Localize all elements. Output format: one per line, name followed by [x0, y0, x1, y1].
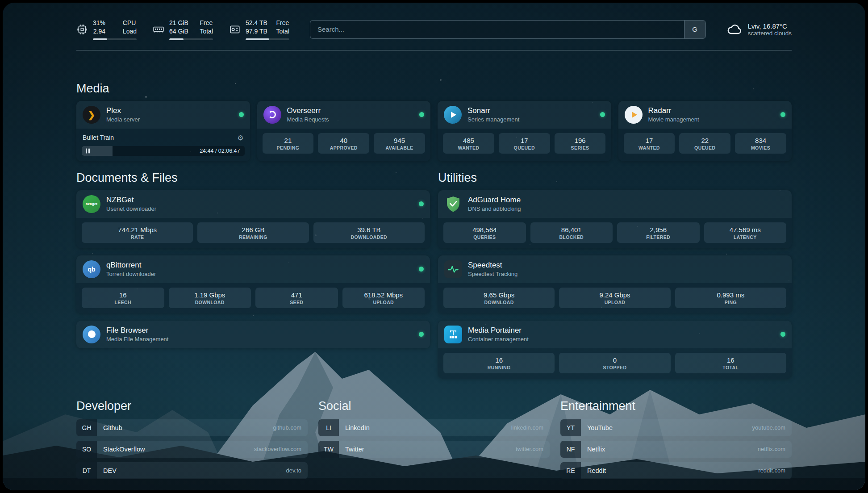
dashboard-content: 31% 2.94 CPU Load: [3, 3, 865, 490]
bookmark-name: DEV: [103, 467, 117, 474]
nzbget-service-link[interactable]: nzbget NZBGet Usenet downloader: [76, 190, 430, 218]
stat-value: 17: [501, 137, 548, 144]
service-description: Torrent downloader: [106, 271, 156, 277]
memory-icon: [153, 24, 164, 35]
stat-label: BLOCKED: [532, 234, 611, 240]
cpu-progress-fill: [93, 38, 107, 40]
bookmark-dev[interactable]: DT DEV dev.to: [76, 462, 308, 479]
qbittorrent-service-link[interactable]: qb qBittorrent Torrent downloader: [76, 255, 430, 283]
stat-label: WANTED: [626, 145, 673, 150]
portainer-service-link[interactable]: Media Portainer Container management: [438, 321, 792, 348]
card-sonarr: Sonarr Series management 485 WANTED 17 Q…: [438, 101, 611, 161]
bookmark-url: github.com: [273, 424, 301, 431]
stat-box: 2,956 FILTERED: [617, 222, 700, 243]
adguard-service-link[interactable]: AdGuard Home DNS and adblocking: [438, 190, 792, 218]
stat-label: TOTAL: [677, 365, 785, 370]
stat-value: 21: [264, 137, 312, 144]
service-name: Speedtest: [468, 261, 517, 270]
bookmark-abbr: NF: [560, 441, 581, 458]
bookmark-url: netflix.com: [758, 446, 785, 452]
card-qbittorrent: qb qBittorrent Torrent downloader 16 LEE…: [76, 255, 430, 313]
bookmark-abbr: GH: [76, 419, 97, 436]
stat-value: 0.993 ms: [677, 291, 785, 299]
stat-label: SEED: [257, 300, 336, 305]
stat-label: MOVIES: [737, 145, 785, 150]
qbittorrent-icon: qb: [83, 260, 100, 278]
service-description: Speedtest Tracking: [468, 271, 517, 277]
overseerr-icon: [263, 106, 281, 124]
stat-value: 47.569 ms: [706, 226, 785, 234]
radarr-service-link[interactable]: Radarr Movie management: [618, 101, 792, 129]
sonarr-service-link[interactable]: Sonarr Series management: [438, 101, 611, 129]
stat-box: 0.993 ms PING: [675, 288, 786, 308]
status-online-dot: [419, 332, 424, 337]
stat-box: 266 GB REMAINING: [197, 222, 309, 243]
stat-label: RATE: [83, 234, 191, 240]
search-input[interactable]: [310, 21, 684, 38]
service-name: Plex: [106, 106, 140, 115]
service-description: Media server: [106, 116, 140, 123]
stat-label: APPROVED: [320, 145, 367, 150]
settings-gear-icon[interactable]: ⚙: [237, 134, 243, 142]
stat-label: PING: [677, 300, 785, 305]
stat-box: 22 QUEUED: [679, 133, 730, 154]
section-title-media: Media: [76, 82, 792, 96]
disk-widget: 52.4 TB 97.9 TB Free Total: [229, 19, 289, 40]
stat-box: 17 WANTED: [624, 133, 675, 154]
qbittorrent-stats: 16 LEECH 1.19 Gbps DOWNLOAD 471 SEED 6: [82, 288, 425, 308]
service-name: AdGuard Home: [468, 196, 521, 205]
stat-label: REMAINING: [199, 234, 307, 240]
service-name: NZBGet: [106, 196, 156, 205]
stat-label: LEECH: [83, 300, 163, 305]
bookmark-netflix[interactable]: NF Netflix netflix.com: [560, 441, 792, 458]
disk-free-value: 52.4 TB: [246, 19, 267, 27]
bookmark-name: Reddit: [587, 467, 606, 474]
bookmark-name: Twitter: [345, 446, 364, 453]
filebrowser-service-link[interactable]: File Browser Media File Management: [76, 321, 430, 348]
card-portainer: Media Portainer Container management 16 …: [438, 321, 792, 379]
bookmark-group-entertainment: Entertainment YT YouTube youtube.com NF …: [560, 399, 792, 484]
bookmark-url: youtube.com: [752, 424, 785, 431]
service-description: Media Requests: [287, 116, 329, 123]
speedtest-stats: 9.65 Gbps DOWNLOAD 9.24 Gbps UPLOAD 0.99…: [443, 288, 786, 308]
bookmark-abbr: RE: [560, 462, 581, 479]
info-bar: 31% 2.94 CPU Load: [76, 3, 792, 40]
bookmark-youtube[interactable]: YT YouTube youtube.com: [560, 419, 792, 436]
playback-progress-bar[interactable]: 24:44 / 02:06:47: [82, 146, 245, 156]
speedtest-service-link[interactable]: Speedtest Speedtest Tracking: [438, 255, 792, 283]
memory-free-label: Free: [200, 19, 213, 27]
bookmark-abbr: SO: [76, 441, 97, 458]
overseerr-stats: 21 PENDING 40 APPROVED 945 AVAILABLE: [263, 133, 426, 154]
memory-readout: 21 GiB 64 GiB Free Total: [169, 19, 213, 40]
bookmark-twitter[interactable]: TW Twitter twitter.com: [318, 441, 550, 458]
overseerr-service-link[interactable]: Overseerr Media Requests: [257, 101, 431, 129]
plex-service-link[interactable]: ❯ Plex Media server: [76, 101, 250, 129]
radarr-icon: [625, 106, 643, 124]
section-title-social: Social: [318, 399, 550, 413]
status-online-dot: [419, 201, 424, 206]
stat-value: 1.19 Gbps: [171, 291, 250, 299]
documents-column: Documents & Files nzbget NZBGet Usenet d…: [76, 171, 430, 379]
stat-value: 22: [681, 137, 729, 144]
bookmark-url: twitter.com: [516, 446, 543, 452]
bookmark-stackoverflow[interactable]: SO StackOverflow stackoverflow.com: [76, 441, 308, 458]
cpu-icon: [76, 24, 88, 35]
stat-value: 16: [445, 356, 553, 364]
service-name: Sonarr: [467, 106, 519, 115]
stat-label: WANTED: [445, 145, 492, 150]
cpu-widget: 31% 2.94 CPU Load: [76, 19, 137, 40]
stat-value: 196: [556, 137, 604, 144]
stat-value: 618.52 Mbps: [344, 291, 423, 299]
utilities-column: Utilities AdGuard Home DNS and adblockin…: [438, 171, 792, 379]
status-online-dot: [239, 112, 244, 117]
search-provider-button[interactable]: G: [684, 21, 705, 38]
stat-label: AVAILABLE: [376, 145, 423, 150]
bookmark-reddit[interactable]: RE Reddit reddit.com: [560, 462, 792, 479]
stat-label: LATENCY: [706, 234, 785, 240]
stat-label: QUERIES: [445, 234, 524, 240]
pause-icon[interactable]: [86, 148, 90, 153]
stat-value: 16: [677, 356, 785, 364]
stat-value: 0: [561, 356, 668, 364]
bookmark-github[interactable]: GH Github github.com: [76, 419, 308, 436]
bookmark-linkedin[interactable]: LI LinkedIn linkedin.com: [318, 419, 550, 436]
